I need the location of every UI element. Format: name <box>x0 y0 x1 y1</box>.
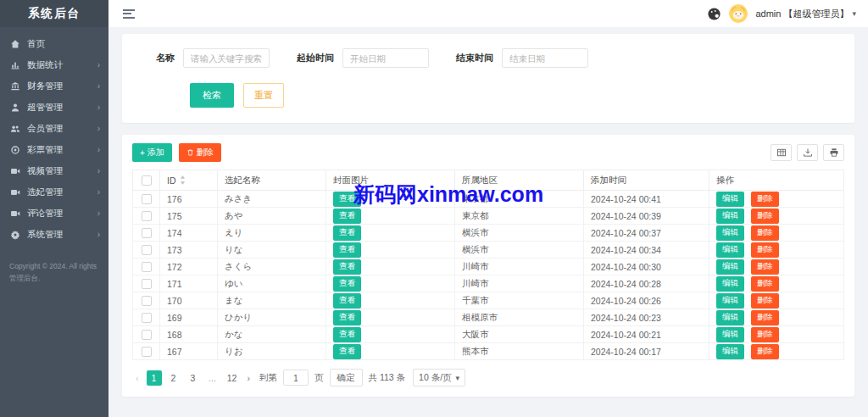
delete-row-button[interactable]: 删除 <box>751 225 779 241</box>
print-icon[interactable] <box>823 144 844 161</box>
confirm-page-button[interactable]: 确定 <box>330 369 363 386</box>
view-cover-button[interactable]: 查看 <box>333 192 361 207</box>
edit-button[interactable]: 编辑 <box>716 208 744 224</box>
cell-region: 横浜市 <box>455 225 584 242</box>
sidebar-item-lottery[interactable]: 彩票管理› <box>0 139 108 160</box>
cell-region: 川崎市 <box>455 275 584 292</box>
table-row: 176みさき查看東京都2024-10-24 00:41编辑删除 <box>133 191 844 208</box>
prev-page-button[interactable]: ‹ <box>132 373 142 383</box>
sidebar-item-finance[interactable]: 财务管理› <box>0 75 108 97</box>
sidebar-item-xuanfei[interactable]: 选妃管理› <box>0 181 108 203</box>
delete-row-button[interactable]: 删除 <box>751 276 779 292</box>
row-checkbox[interactable] <box>142 296 152 306</box>
cell-name: ゆい <box>218 275 326 292</box>
delete-row-button[interactable]: 删除 <box>751 242 779 258</box>
row-checkbox[interactable] <box>142 347 152 357</box>
cell-name: ひかり <box>218 309 326 326</box>
menu-toggle-button[interactable] <box>120 7 137 21</box>
view-cover-button[interactable]: 查看 <box>333 208 361 224</box>
end-date-input[interactable] <box>502 48 588 68</box>
delete-row-button[interactable]: 删除 <box>751 192 779 207</box>
sidebar-item-stats[interactable]: 数据统计› <box>0 54 108 75</box>
caret-down-icon: ▾ <box>456 374 460 382</box>
video-icon <box>10 208 20 219</box>
view-cover-button[interactable]: 查看 <box>333 259 361 275</box>
theme-palette-icon[interactable] <box>707 7 721 21</box>
sidebar-item-video[interactable]: 视频管理› <box>0 160 108 181</box>
delete-row-button[interactable]: 删除 <box>751 310 779 325</box>
page-number-button[interactable]: 2 <box>166 370 181 386</box>
edit-button[interactable]: 编辑 <box>716 310 744 325</box>
column-header-id[interactable]: ID <box>160 170 218 191</box>
cell-region: 東京都 <box>455 208 584 225</box>
add-button[interactable]: + 添加 <box>132 143 172 162</box>
delete-row-button[interactable]: 删除 <box>751 344 779 359</box>
delete-row-button[interactable]: 删除 <box>751 259 779 275</box>
user-dropdown[interactable]: admin 【超级管理员】 ▾ <box>755 8 856 20</box>
trash-icon <box>186 148 194 157</box>
sidebar-item-member[interactable]: 会员管理› <box>0 118 108 139</box>
sidebar-item-label: 财务管理 <box>27 81 63 92</box>
cell-id: 171 <box>160 275 218 292</box>
edit-button[interactable]: 编辑 <box>716 344 744 359</box>
row-checkbox[interactable] <box>142 279 152 289</box>
row-checkbox[interactable] <box>142 228 152 238</box>
row-checkbox[interactable] <box>142 262 152 272</box>
chart-icon <box>10 60 20 70</box>
view-cover-button[interactable]: 查看 <box>333 344 361 359</box>
per-page-select[interactable]: 10 条/页 ▾ <box>413 369 465 386</box>
row-checkbox[interactable] <box>142 330 152 340</box>
sidebar-item-label: 选妃管理 <box>27 186 63 198</box>
cell-time: 2024-10-24 00:17 <box>584 343 709 360</box>
reset-button[interactable]: 重置 <box>243 83 284 108</box>
column-header-region: 所属地区 <box>455 170 584 191</box>
sidebar-item-label: 超管管理 <box>27 102 63 114</box>
sidebar-item-superadmin[interactable]: 超管管理› <box>0 97 108 118</box>
start-date-input[interactable] <box>342 48 429 68</box>
topbar: admin 【超级管理员】 ▾ <box>108 0 868 27</box>
cell-region: 川崎市 <box>455 259 584 275</box>
delete-row-button[interactable]: 删除 <box>751 327 779 342</box>
cell-id: 172 <box>160 259 218 275</box>
edit-button[interactable]: 编辑 <box>716 242 744 258</box>
home-icon <box>10 39 20 49</box>
row-checkbox[interactable] <box>142 313 152 323</box>
edit-button[interactable]: 编辑 <box>716 259 744 275</box>
page-number-button[interactable]: 1 <box>147 370 162 386</box>
view-cover-button[interactable]: 查看 <box>333 293 361 309</box>
users-icon <box>10 124 20 134</box>
select-all-checkbox[interactable] <box>142 175 152 186</box>
page-number-button[interactable]: 12 <box>225 370 240 386</box>
edit-button[interactable]: 编辑 <box>716 293 744 309</box>
view-cover-button[interactable]: 查看 <box>333 327 361 342</box>
app-title: 系统后台 <box>0 0 108 27</box>
column-header-name: 选妃名称 <box>218 170 326 191</box>
data-table: ID 选妃名称 封面图片 所属地区 添加时间 操作 176みさき查看東京都202… <box>132 170 844 360</box>
edit-button[interactable]: 编辑 <box>716 327 744 342</box>
delete-row-button[interactable]: 删除 <box>751 293 779 309</box>
search-button[interactable]: 检索 <box>190 83 234 108</box>
view-cover-button[interactable]: 查看 <box>333 310 361 325</box>
row-checkbox[interactable] <box>142 194 152 204</box>
sidebar-item-comment[interactable]: 评论管理› <box>0 203 108 224</box>
sidebar-item-system[interactable]: 系统管理› <box>0 224 108 245</box>
export-icon[interactable] <box>797 144 818 161</box>
page-number-button[interactable]: 3 <box>186 370 201 386</box>
edit-button[interactable]: 编辑 <box>716 192 744 207</box>
delete-row-button[interactable]: 删除 <box>751 208 779 224</box>
row-checkbox[interactable] <box>142 245 152 255</box>
view-cover-button[interactable]: 查看 <box>333 225 361 241</box>
view-cover-button[interactable]: 查看 <box>333 276 361 292</box>
goto-page-input[interactable] <box>283 370 309 386</box>
edit-button[interactable]: 编辑 <box>716 225 744 241</box>
cell-region: 大阪市 <box>455 326 584 343</box>
name-search-input[interactable] <box>183 48 270 68</box>
batch-delete-button[interactable]: 删除 <box>179 143 221 162</box>
next-page-button[interactable]: › <box>244 373 254 383</box>
edit-button[interactable]: 编辑 <box>716 276 744 292</box>
row-checkbox[interactable] <box>142 211 152 221</box>
view-cover-button[interactable]: 查看 <box>333 242 361 258</box>
sidebar-item-home[interactable]: 首页 <box>0 33 108 54</box>
end-time-label: 结束时间 <box>456 52 493 64</box>
filter-columns-icon[interactable] <box>771 144 792 161</box>
